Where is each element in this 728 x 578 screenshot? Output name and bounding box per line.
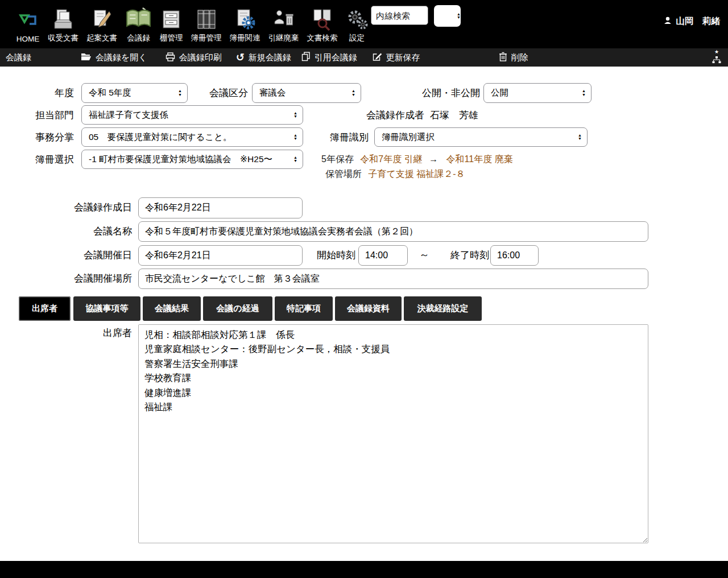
tab-agenda[interactable]: 協議事項等 [73, 296, 140, 321]
nav-item-shelf[interactable]: 棚管理 [160, 5, 183, 43]
end-time-input[interactable] [490, 245, 539, 266]
nav-item-doc-search[interactable]: 文書検索 [307, 5, 338, 43]
updown-arrows-icon: ▲▼ [574, 134, 582, 141]
updown-arrows-icon: ▲▼ [290, 112, 297, 119]
new-minutes-button[interactable]: ↺ 新規会議録 [236, 52, 291, 63]
retention-period: 5年保存 [321, 154, 354, 164]
book-id-select-value: 簿冊識別選択 [382, 131, 435, 143]
retention-line: 5年保存 令和7年度 引継 → 令和11年度 廃棄 [321, 152, 513, 167]
minutes-author-value: 石塚 芳雄 [430, 105, 478, 125]
nav-item-binder-related[interactable]: 簿冊関連 [230, 5, 260, 43]
start-time-label: 開始時刻 [295, 245, 355, 265]
updown-arrows-icon: ▲▼ [290, 134, 297, 141]
book-select[interactable]: -1 町村市要保護児童対策地域協議会 ※H25〜 ▲▼ [81, 150, 303, 169]
tab-progress[interactable]: 会議の経過 [203, 296, 272, 321]
trash-icon [499, 52, 507, 63]
shelf-icon [160, 5, 183, 31]
department-label: 担当部門 [0, 105, 74, 125]
tab-approval-route[interactable]: 決裁経路設定 [404, 296, 482, 321]
meeting-date-input[interactable] [138, 245, 303, 266]
updown-arrows-icon: ▲▼ [290, 156, 297, 163]
tab-results[interactable]: 会議結果 [143, 296, 201, 321]
tab-label: 決裁経路設定 [417, 303, 469, 314]
duty-select-value: 05 要保護児童対策に関すること。 [89, 131, 232, 143]
open-minutes-button[interactable]: 会議録を開く [81, 52, 147, 63]
delete-button[interactable]: 削除 [499, 52, 528, 63]
nav-item-label: 簿冊関連 [230, 33, 260, 43]
extension-search-input[interactable] [371, 6, 428, 25]
nav-item-home[interactable]: HOME [16, 7, 40, 43]
draft-doc-icon [90, 5, 113, 31]
button-label: 削除 [511, 52, 528, 63]
toolbar-title: 会議録 [6, 52, 31, 63]
book-id-label: 簿冊識別 [306, 127, 369, 147]
button-label: 引用会議録 [315, 52, 357, 63]
meeting-category-label: 会議区分 [188, 83, 248, 103]
nav-item-label: 収受文書 [48, 33, 78, 43]
new-circular-arrow-icon: ↺ [236, 53, 245, 61]
storage-line: 保管場所 子育て支援 福祉課２-８ [325, 167, 513, 181]
nav-item-label: 簿冊管理 [191, 33, 222, 43]
public-private-select[interactable]: 公開 ▲▼ [483, 83, 592, 103]
venue-input[interactable] [138, 269, 648, 289]
nav-item-minutes[interactable]: 会議録 [125, 5, 152, 43]
department-select-value: 福祉課子育て支援係 [89, 109, 168, 121]
button-label: 新規会議録 [249, 52, 291, 63]
retention-disposal: 令和11年度 廃棄 [446, 154, 513, 164]
nav-item-receive-docs[interactable]: 収受文書 [48, 5, 78, 43]
updown-arrows-icon: ▲▼ [578, 89, 586, 97]
top-nav: HOME 収受文書 起案文書 [0, 0, 728, 48]
nav-item-binder-mgmt[interactable]: 簿冊管理 [191, 5, 222, 43]
minutes-author-label: 会議録作成者 [351, 105, 424, 125]
copy-icon [301, 52, 311, 63]
button-label: 更新保存 [386, 52, 420, 63]
created-date-input[interactable] [138, 197, 303, 218]
toolbar: 会議録 会議録を開く 会議録印刷 ↺ 新規会議録 [0, 48, 728, 67]
book-id-select[interactable]: 簿冊識別選択 ▲▼ [374, 127, 588, 147]
end-time-label: 終了時刻 [436, 245, 489, 265]
tab-attendees[interactable]: 出席者 [19, 296, 71, 321]
star-icon[interactable]: ★ [714, 49, 719, 55]
attendees-textarea[interactable]: 児相：相談部相談対応第１課 係長 児童家庭相談センター：後野副センター長，相談・… [138, 324, 648, 543]
book-select-label: 簿冊選択 [0, 150, 74, 170]
printer-icon [166, 52, 175, 63]
start-time-input[interactable] [358, 245, 408, 266]
print-minutes-button[interactable]: 会議録印刷 [166, 52, 222, 63]
button-label: 会議録を開く [96, 52, 147, 63]
updown-arrows-icon: ▲▼ [175, 89, 182, 97]
tab-label: 会議結果 [155, 303, 189, 314]
search-scope-select[interactable]: ▲▼ [434, 5, 461, 27]
toolbar-right-icons: ★ [712, 49, 721, 65]
save-update-button[interactable]: 更新保存 [373, 52, 420, 63]
tab-materials[interactable]: 会議録資料 [335, 296, 402, 321]
tab-notes[interactable]: 特記事項 [275, 296, 333, 321]
nav-item-label: 文書検索 [307, 33, 338, 43]
nav-item-draft-docs[interactable]: 起案文書 [86, 5, 117, 43]
retention-info: 5年保存 令和7年度 引継 → 令和11年度 廃棄 保管場所 子育て支援 福祉課… [321, 152, 513, 181]
public-private-select-value: 公開 [491, 87, 508, 99]
tab-label: 特記事項 [287, 303, 321, 314]
nav-item-settings[interactable]: 設定 [346, 5, 369, 43]
binder-gear-icon [234, 5, 257, 31]
home-logo-icon [16, 7, 40, 32]
workflow-icon[interactable] [712, 56, 721, 65]
binders-icon [195, 5, 218, 31]
updown-arrows-icon: ▲▼ [457, 13, 461, 20]
receive-doc-icon [52, 5, 75, 31]
meeting-name-input[interactable] [138, 221, 648, 242]
user-account[interactable]: 山岡 莉緒 [663, 15, 721, 27]
retention-transfer: 令和7年度 引継 [360, 154, 422, 164]
duty-label: 事務分掌 [0, 127, 74, 147]
duty-select[interactable]: 05 要保護児童対策に関すること。 ▲▼ [81, 127, 303, 147]
department-select[interactable]: 福祉課子育て支援係 ▲▼ [81, 105, 303, 125]
meeting-category-select[interactable]: 審議会 ▲▼ [252, 83, 361, 103]
venue-label: 会議開催場所 [0, 269, 132, 288]
year-select-value: 令和 5年度 [89, 87, 131, 99]
quote-minutes-button[interactable]: 引用会議録 [301, 52, 357, 63]
year-select[interactable]: 令和 5年度 ▲▼ [81, 83, 188, 103]
person-icon [663, 16, 672, 27]
nav-item-transfer-disposal[interactable]: 引継廃棄 [268, 5, 299, 43]
year-label: 年度 [0, 83, 74, 103]
arrow-right-icon: → [429, 154, 438, 164]
created-date-label: 会議録作成日 [0, 197, 132, 217]
